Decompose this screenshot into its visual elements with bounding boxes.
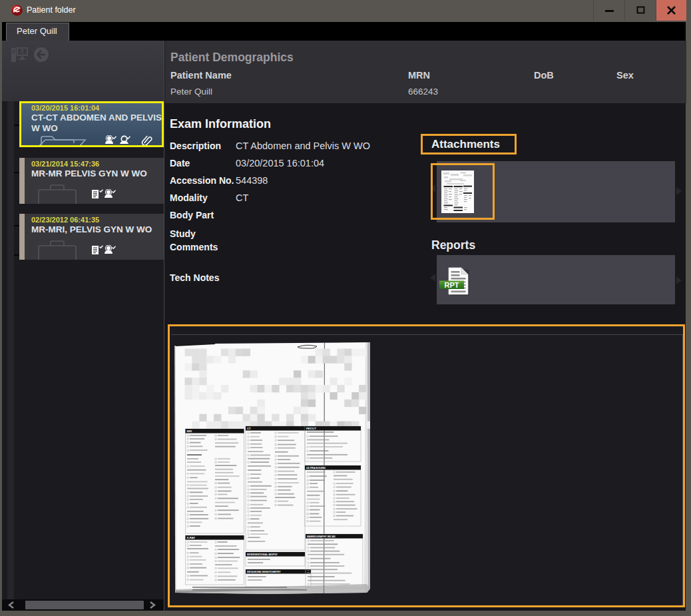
svg-text:MAMMOGRAPHY W/CAD: MAMMOGRAPHY W/CAD bbox=[307, 535, 336, 538]
svg-text:PET/CT: PET/CT bbox=[306, 427, 316, 430]
svg-text:MRI: MRI bbox=[187, 430, 192, 433]
svg-text:CT: CT bbox=[247, 427, 251, 430]
svg-text:X-RAY: X-RAY bbox=[187, 536, 196, 539]
svg-text:INTERVENTIONAL BIOPSY: INTERVENTIONAL BIOPSY bbox=[247, 553, 278, 556]
svg-text:RPT: RPT bbox=[445, 281, 459, 289]
svg-text:ULTRASOUND: ULTRASOUND bbox=[306, 466, 326, 469]
svg-text:DEXA BONE DENSITOMETRY: DEXA BONE DENSITOMETRY bbox=[247, 571, 281, 573]
